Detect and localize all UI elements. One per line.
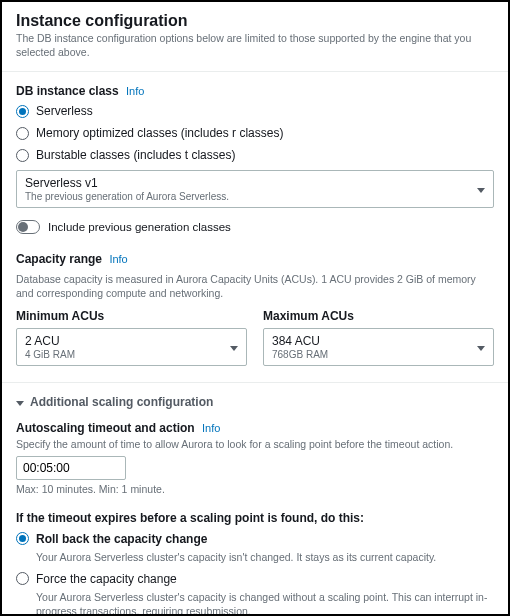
radio-memory-optimized[interactable]: Memory optimized classes (includes r cla… [16,126,494,140]
db-class-label: DB instance class Info [16,84,494,98]
radio-icon [16,149,29,162]
min-acu-select[interactable]: 2 ACU 4 GiB RAM [16,328,247,366]
page-title: Instance configuration [16,12,494,30]
info-link-capacity[interactable]: Info [109,253,127,265]
autoscale-label: Autoscaling timeout and action [16,421,195,435]
autoscale-timeout-input[interactable] [16,456,126,480]
radio-serverless[interactable]: Serverless [16,104,494,118]
caret-down-icon [16,395,24,409]
timeout-heading: If the timeout expires before a scaling … [16,511,494,525]
section-header: Instance configuration The DB instance c… [2,2,508,72]
radio-icon [16,532,29,545]
prev-gen-toggle-label: Include previous generation classes [48,221,231,233]
radio-icon [16,572,29,585]
max-acu-select[interactable]: 384 ACU 768GB RAM [263,328,494,366]
capacity-range-label: Capacity range Info [16,252,494,266]
radio-icon [16,105,29,118]
radio-rollback[interactable]: Roll back the capacity change [16,532,494,546]
version-select[interactable]: Serverless v1 The previous generation of… [16,170,494,208]
rollback-desc: Your Aurora Serverless cluster's capacit… [36,550,494,564]
force-desc: Your Aurora Serverless cluster's capacit… [36,590,494,616]
radio-icon [16,127,29,140]
capacity-desc: Database capacity is measured in Aurora … [16,272,494,300]
radio-burstable[interactable]: Burstable classes (includes t classes) [16,148,494,162]
autoscale-hint: Max: 10 minutes. Min: 1 minute. [16,483,494,495]
info-link-db-class[interactable]: Info [126,85,144,97]
min-acu-label: Minimum ACUs [16,309,247,323]
autoscale-desc: Specify the amount of time to allow Auro… [16,437,494,451]
prev-gen-toggle[interactable] [16,220,40,234]
chevron-down-icon [477,182,485,196]
page-subtitle: The DB instance configuration options be… [16,32,494,59]
info-link-autoscale[interactable]: Info [202,422,220,434]
max-acu-label: Maximum ACUs [263,309,494,323]
chevron-down-icon [477,340,485,354]
scaling-config-expander[interactable]: Additional scaling configuration [2,383,508,415]
chevron-down-icon [230,340,238,354]
radio-force[interactable]: Force the capacity change [16,572,494,586]
